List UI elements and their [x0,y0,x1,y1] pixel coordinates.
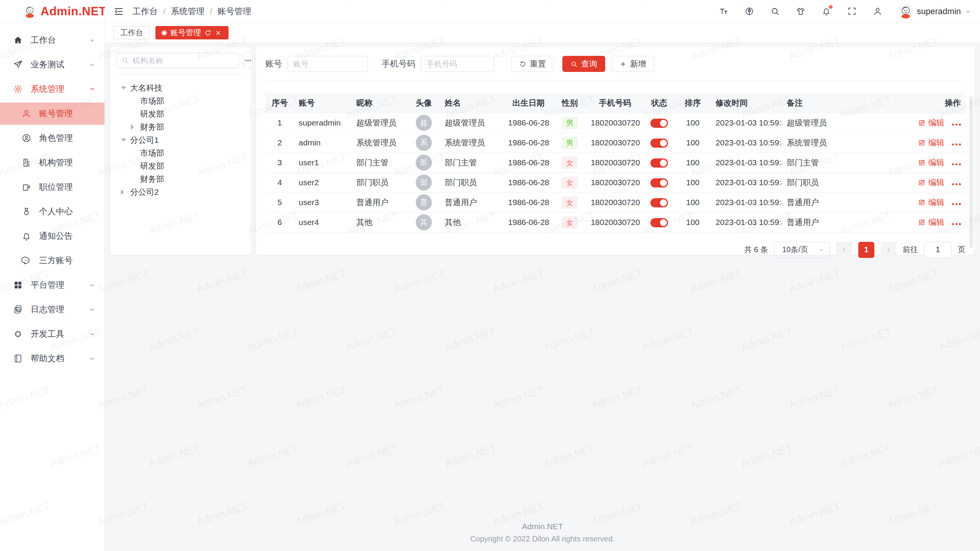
account-filter-input[interactable] [287,56,368,72]
page-unit-label: 页 [958,245,965,255]
more-actions-button[interactable] [952,180,961,185]
user-icon [21,109,31,119]
notification-bell-icon[interactable] [822,7,831,16]
cell-name: 其他 [440,212,504,232]
tree-node[interactable]: 大名科技 [116,82,245,95]
sidebar-item-notice[interactable]: 通知公告 [0,225,105,247]
more-actions-button[interactable] [952,140,961,145]
caret-down-icon[interactable] [121,86,130,90]
col-header: 备注 [782,93,910,113]
tree-node[interactable]: 分公司2 [116,186,245,199]
tree-node[interactable]: 研发部 [116,160,245,173]
gender-badge: 女 [562,177,578,189]
refresh-icon[interactable] [204,29,211,36]
edit-button[interactable]: 编辑 [918,157,944,168]
cell-index: 6 [265,212,294,232]
tree-node[interactable]: 市场部 [116,147,245,160]
current-page-button[interactable]: 1 [858,242,874,258]
goto-page-input[interactable] [924,242,952,258]
breadcrumb-item[interactable]: 系统管理 [171,6,204,17]
sidebar-item-account-management[interactable]: 账号管理 [0,103,105,125]
language-icon[interactable] [745,7,754,16]
tree-more-button[interactable] [243,53,253,68]
tab-account-management[interactable]: 账号管理 [155,26,229,39]
sidebar-item-help-docs[interactable]: 帮助文档 [0,347,105,370]
sidebar-item-system-management[interactable]: 系统管理 [0,78,105,100]
edit-button[interactable]: 编辑 [918,217,944,228]
fullscreen-icon[interactable] [847,7,857,16]
sidebar-item-log-management[interactable]: 日志管理 [0,298,105,321]
close-icon[interactable] [215,29,222,36]
caret-right-icon[interactable] [131,124,140,130]
more-actions-button[interactable] [952,200,961,205]
logo[interactable]: Admin.NET [0,0,105,23]
sidebar-item-role-management[interactable]: 角色管理 [0,127,105,149]
sidebar-item-platform-management[interactable]: 平台管理 [0,274,105,296]
sidebar-item-personal-center[interactable]: 个人中心 [0,201,105,223]
more-actions-button[interactable] [952,160,961,165]
more-actions-button[interactable] [952,121,961,126]
sidebar-item-org-management[interactable]: 机构管理 [0,152,105,174]
goto-label: 前往 [903,245,918,255]
cell-name: 系统管理员 [440,133,504,153]
col-header: 头像 [407,93,440,113]
chevron-down-icon [818,247,824,253]
cell-account: user4 [294,212,352,232]
page-size-select[interactable]: 10条/页 [774,242,830,258]
sidebar-item-workbench[interactable]: 工作台 [0,29,105,51]
prev-page-button[interactable] [836,242,852,258]
phone-filter-input[interactable] [421,56,494,72]
next-page-button[interactable] [880,242,897,258]
tree-node[interactable]: 分公司1 [116,134,245,147]
theme-shirt-icon[interactable] [796,7,805,16]
sidebar-item-position-management[interactable]: 职位管理 [0,176,105,198]
status-toggle[interactable] [650,139,668,148]
profile-icon[interactable] [873,7,882,16]
edit-icon [918,139,926,147]
cell-name: 普通用户 [440,192,504,212]
edit-button[interactable]: 编辑 [918,177,944,188]
table-row: 6 user4 其他 其 其他 1986-06-28 女 18020030720… [265,212,965,232]
edit-button[interactable]: 编辑 [918,197,944,208]
caret-down-icon[interactable] [121,139,130,142]
sidebar-item-business-test[interactable]: 业务测试 [0,54,105,76]
caret-right-icon[interactable] [121,189,130,195]
tree-node[interactable]: 研发部 [116,108,245,121]
tab-workbench[interactable]: 工作台 [113,26,150,39]
cell-order: 100 [675,113,711,133]
tree-node[interactable]: 市场部 [116,95,245,108]
avatar: 部 [416,174,432,191]
org-tree-toolbar [116,53,245,75]
table-row: 4 user2 部门职员 部 部门职员 1986-06-28 女 1802003… [265,173,965,192]
font-size-icon[interactable] [719,7,728,16]
collapse-menu-icon[interactable] [113,6,124,17]
sidebar-item-dev-tools[interactable]: 开发工具 [0,323,105,345]
breadcrumb-separator: / [210,7,212,16]
search-button[interactable]: 查询 [562,56,605,72]
user-menu[interactable]: superadmin [898,4,972,19]
cell-order: 100 [675,133,711,153]
edit-button[interactable]: 编辑 [918,137,944,148]
more-actions-button[interactable] [952,220,961,225]
add-button[interactable]: 新增 [611,56,654,72]
search-icon[interactable] [770,7,780,16]
edit-button[interactable]: 编辑 [918,117,944,128]
status-toggle[interactable] [650,158,668,168]
cell-account: user2 [294,173,352,192]
sidebar-item-label: 工作台 [31,34,56,46]
status-toggle[interactable] [650,198,668,207]
status-toggle[interactable] [650,119,668,128]
table-scrollbar[interactable] [969,96,973,248]
org-search-input[interactable] [132,56,234,65]
col-header: 昵称 [352,93,408,113]
chevron-down-icon [88,330,96,338]
reset-button[interactable]: 重置 [511,56,554,72]
tree-node[interactable]: 财务部 [116,173,245,186]
status-toggle[interactable] [650,218,668,227]
cell-birthday: 1986-06-28 [503,212,553,232]
col-header: 手机号码 [586,93,644,113]
tree-node[interactable]: 财务部 [116,121,245,134]
sidebar-item-third-party-account[interactable]: 三方账号 [0,249,105,272]
status-toggle[interactable] [650,178,668,187]
breadcrumb-item[interactable]: 工作台 [132,6,158,17]
